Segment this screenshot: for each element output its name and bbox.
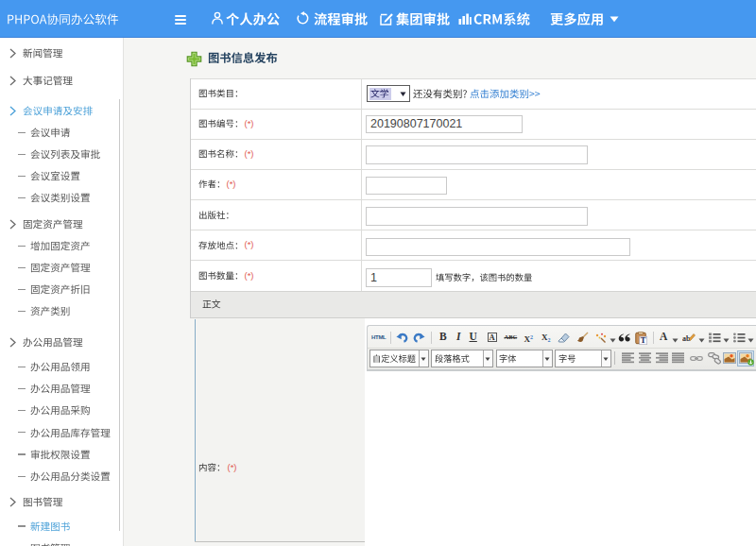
svg-text:T: T: [641, 335, 646, 345]
